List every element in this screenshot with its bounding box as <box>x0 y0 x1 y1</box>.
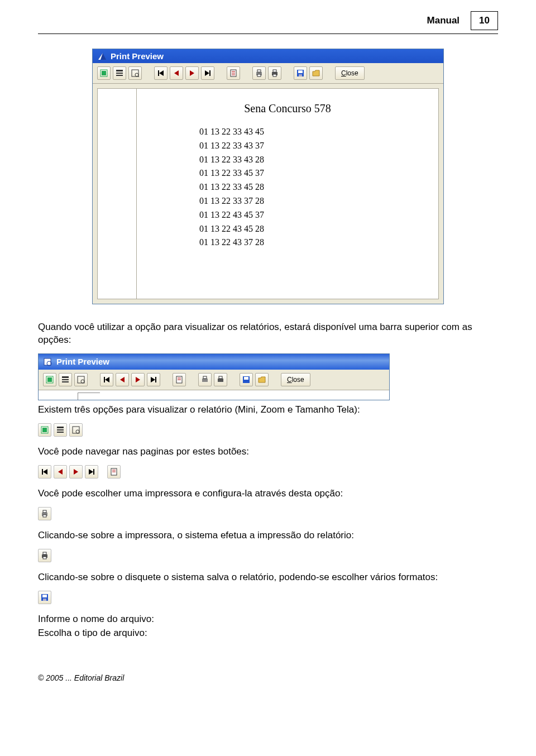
svg-marker-43 <box>151 377 155 382</box>
app-icon <box>43 357 53 366</box>
svg-rect-73 <box>43 515 46 517</box>
view-icons-row <box>38 423 83 437</box>
print-button[interactable] <box>214 373 227 386</box>
paragraph-navigation: Você pode navegar nas paginas por estes … <box>38 446 498 458</box>
svg-rect-35 <box>62 379 69 380</box>
svg-rect-3 <box>102 71 106 75</box>
svg-rect-6 <box>116 75 123 76</box>
small-window-title: Print Preview <box>56 356 109 367</box>
view-zoom-icon <box>54 423 67 437</box>
print-preview-window: Print Preview Close Sena Concurso <box>92 49 444 304</box>
save-icon <box>38 591 51 604</box>
save-button[interactable] <box>240 373 253 386</box>
header-label: Manual <box>427 15 460 26</box>
svg-rect-51 <box>219 376 222 379</box>
svg-point-61 <box>76 430 79 433</box>
svg-rect-56 <box>42 428 47 432</box>
svg-marker-12 <box>174 70 179 76</box>
next-page-button[interactable] <box>185 66 199 80</box>
print-icon <box>38 549 51 562</box>
preview-title: Sena Concurso 578 <box>143 102 432 115</box>
svg-marker-29 <box>313 70 319 76</box>
svg-rect-33 <box>47 377 52 382</box>
goto-page-icon <box>107 465 121 479</box>
close-button[interactable]: Close <box>335 66 365 80</box>
next-page-button[interactable] <box>131 373 145 386</box>
svg-rect-57 <box>57 427 64 428</box>
number-line: 01 13 22 33 45 28 <box>199 180 432 194</box>
svg-rect-5 <box>116 73 123 74</box>
print-preview-toolbar-screenshot: Print Preview Close <box>38 353 390 400</box>
paragraph-printer-setup: Você pode escolher uma impressora e conf… <box>38 487 498 500</box>
number-line: 01 13 22 43 37 28 <box>199 236 432 250</box>
view-mini-icon <box>38 423 51 437</box>
last-page-button[interactable] <box>201 66 214 80</box>
paragraph-save: Clicando-se sobre o disquete o sistema s… <box>38 571 498 584</box>
view-fullscreen-button[interactable] <box>74 373 88 386</box>
open-button[interactable] <box>255 373 269 386</box>
svg-rect-78 <box>42 595 47 597</box>
svg-rect-58 <box>57 429 64 430</box>
svg-rect-75 <box>43 552 46 554</box>
first-page-button[interactable] <box>154 66 168 80</box>
svg-marker-63 <box>43 469 47 475</box>
svg-rect-39 <box>104 377 105 382</box>
svg-rect-76 <box>43 557 46 559</box>
print-button[interactable] <box>268 66 281 80</box>
next-page-icon <box>69 465 83 479</box>
number-line: 01 13 22 33 45 37 <box>199 166 432 180</box>
footer-copyright: © 2005 ... Editorial Brazil <box>38 673 498 682</box>
view-zoom-button[interactable] <box>113 66 126 80</box>
svg-rect-62 <box>42 469 43 475</box>
goto-page-button[interactable] <box>227 66 240 80</box>
view-fullscreen-button[interactable] <box>128 66 142 80</box>
paragraph-intro: Quando você utilizar a opção para visual… <box>38 321 498 347</box>
svg-marker-65 <box>74 469 78 475</box>
view-mini-button[interactable] <box>97 66 111 80</box>
svg-marker-54 <box>259 377 265 382</box>
printer-setup-button[interactable] <box>198 373 212 386</box>
svg-rect-22 <box>257 74 261 76</box>
svg-marker-41 <box>120 377 125 382</box>
paragraph-filetype: Escolha o tipo de arquivo: <box>38 627 498 640</box>
prev-page-button[interactable] <box>170 66 183 80</box>
svg-rect-50 <box>218 379 223 382</box>
prev-page-button[interactable] <box>116 373 129 386</box>
goto-page-button[interactable] <box>173 373 186 386</box>
number-line: 01 13 22 33 43 37 <box>199 139 432 153</box>
svg-rect-10 <box>158 70 159 76</box>
svg-marker-11 <box>159 70 164 76</box>
svg-marker-64 <box>58 469 63 475</box>
paragraph-print: Clicando-se sobre a impressora, o sistem… <box>38 529 498 542</box>
paragraph-view-options: Existem três opções para visualizar o re… <box>38 404 498 417</box>
preview-left-page <box>97 88 136 299</box>
view-zoom-button[interactable] <box>59 373 72 386</box>
close-button[interactable]: Close <box>281 373 310 386</box>
number-line: 01 13 22 43 45 28 <box>199 222 432 236</box>
svg-rect-67 <box>93 469 94 475</box>
prev-page-icon <box>54 465 67 479</box>
page-number: 10 <box>471 11 498 30</box>
svg-point-38 <box>81 380 84 383</box>
svg-rect-72 <box>43 510 46 513</box>
svg-rect-34 <box>62 376 69 378</box>
first-page-button[interactable] <box>100 373 113 386</box>
view-mini-button[interactable] <box>43 373 56 386</box>
preview-page: Sena Concurso 578 01 13 22 33 43 45 01 1… <box>136 88 439 299</box>
preview-number-lines: 01 13 22 33 43 45 01 13 22 33 43 37 01 1… <box>143 125 432 250</box>
svg-marker-40 <box>105 377 109 382</box>
view-fullscreen-icon <box>69 423 83 437</box>
number-line: 01 13 22 33 43 45 <box>199 125 432 139</box>
save-button[interactable] <box>294 66 307 80</box>
preview-area: Sena Concurso 578 01 13 22 33 43 45 01 1… <box>93 84 443 304</box>
last-page-button[interactable] <box>147 373 160 386</box>
svg-rect-36 <box>62 381 69 382</box>
number-line: 01 13 22 43 45 37 <box>199 208 432 222</box>
open-button[interactable] <box>309 66 323 80</box>
svg-rect-53 <box>244 377 248 380</box>
svg-rect-79 <box>43 599 46 601</box>
number-line: 01 13 22 33 37 28 <box>199 194 432 208</box>
svg-rect-44 <box>155 377 156 382</box>
printer-setup-button[interactable] <box>252 66 266 80</box>
svg-marker-13 <box>190 70 194 76</box>
